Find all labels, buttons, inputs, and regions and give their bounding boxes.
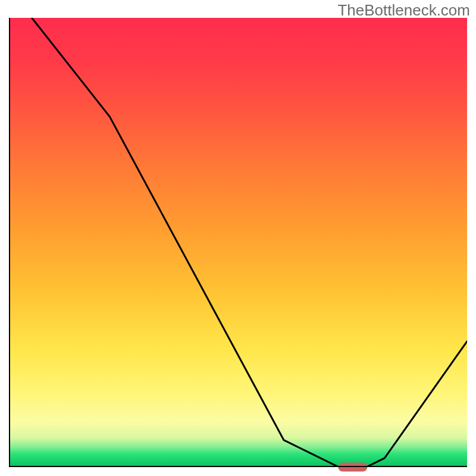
chart-marker	[338, 462, 367, 471]
chart-area	[9, 18, 467, 467]
chart-background-gradient	[9, 18, 467, 467]
watermark-text: TheBottleneck.com	[337, 1, 470, 20]
